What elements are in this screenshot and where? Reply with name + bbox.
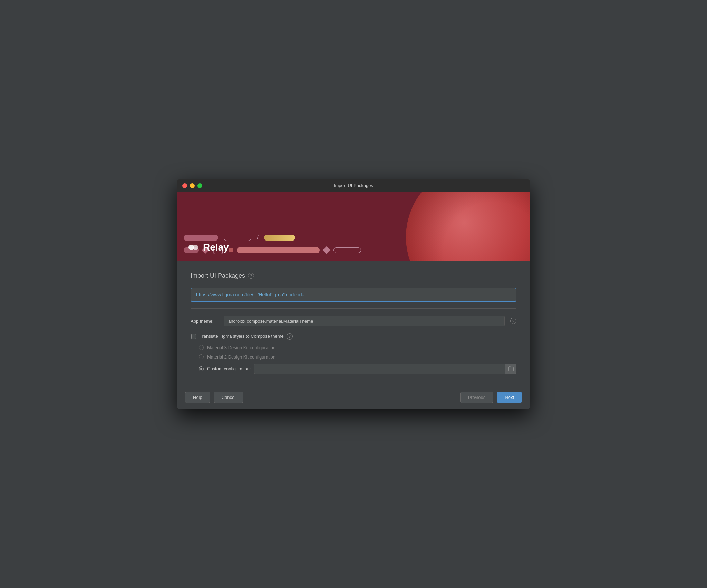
app-theme-row: App theme: ? <box>191 316 516 326</box>
maximize-button[interactable] <box>197 183 202 188</box>
custom-config-wrapper <box>254 364 516 374</box>
app-theme-input[interactable] <box>224 316 505 326</box>
radio-custom-row[interactable]: Custom configuration: <box>199 364 516 374</box>
relay-logo: Relay <box>188 242 229 253</box>
radio-custom-label: Custom configuration: <box>207 366 251 371</box>
window-title: Import UI Packages <box>334 183 373 188</box>
translate-checkbox[interactable] <box>191 334 196 339</box>
radio-material2-row[interactable]: Material 2 Design Kit configuration <box>199 354 516 360</box>
relay-brand-name: Relay <box>203 242 229 253</box>
radio-material3-label: Material 3 Design Kit configuration <box>207 345 275 350</box>
title-bar: Import UI Packages <box>177 179 530 192</box>
deco-square <box>229 248 233 252</box>
section-title-row: Import UI Packages ? <box>191 272 516 280</box>
translate-checkbox-label: Translate Figma styles to Compose theme … <box>200 333 293 340</box>
theme-input-wrapper <box>224 316 505 326</box>
main-window: Import UI Packages / [ ] <box>177 179 530 409</box>
section-title-text: Import UI Packages <box>191 272 245 280</box>
url-input-wrapper <box>191 288 516 302</box>
bottom-right-buttons: Previous Next <box>460 392 522 403</box>
hero-banner: / [ ] Relay <box>177 192 530 261</box>
bottom-left-buttons: Help Cancel <box>185 392 243 403</box>
radio-group: Material 3 Design Kit configuration Mate… <box>199 345 516 374</box>
radio-custom[interactable] <box>199 366 204 371</box>
relay-logo-icon <box>188 242 199 253</box>
deco-pill-outline-2 <box>333 247 361 253</box>
divider <box>191 308 516 309</box>
svg-point-1 <box>193 245 198 250</box>
deco-diamond-2 <box>323 246 331 254</box>
bottom-bar: Help Cancel Previous Next <box>177 385 530 409</box>
help-button[interactable]: Help <box>185 392 210 403</box>
theme-help-icon[interactable]: ? <box>510 318 516 324</box>
section-help-icon[interactable]: ? <box>248 273 254 279</box>
main-content: Import UI Packages ? App theme: ? Transl… <box>177 261 530 385</box>
figma-url-input[interactable] <box>191 288 516 302</box>
custom-config-input[interactable] <box>254 364 505 374</box>
previous-button[interactable]: Previous <box>460 392 494 403</box>
close-button[interactable] <box>182 183 187 188</box>
radio-material2-label: Material 2 Design Kit configuration <box>207 354 275 360</box>
browse-folder-button[interactable] <box>505 364 516 374</box>
traffic-lights <box>182 183 202 188</box>
app-theme-label: App theme: <box>191 318 218 324</box>
translate-help-icon[interactable]: ? <box>287 333 293 340</box>
cancel-button[interactable]: Cancel <box>214 392 243 403</box>
radio-material2[interactable] <box>199 354 204 359</box>
next-button[interactable]: Next <box>497 392 522 403</box>
folder-icon <box>508 366 514 371</box>
translate-checkbox-row[interactable]: Translate Figma styles to Compose theme … <box>191 333 516 340</box>
radio-material3[interactable] <box>199 345 204 350</box>
minimize-button[interactable] <box>190 183 195 188</box>
radio-material3-row[interactable]: Material 3 Design Kit configuration <box>199 345 516 350</box>
deco-bar-long <box>237 247 320 253</box>
banner-deco-row2: [ ] <box>184 216 530 261</box>
